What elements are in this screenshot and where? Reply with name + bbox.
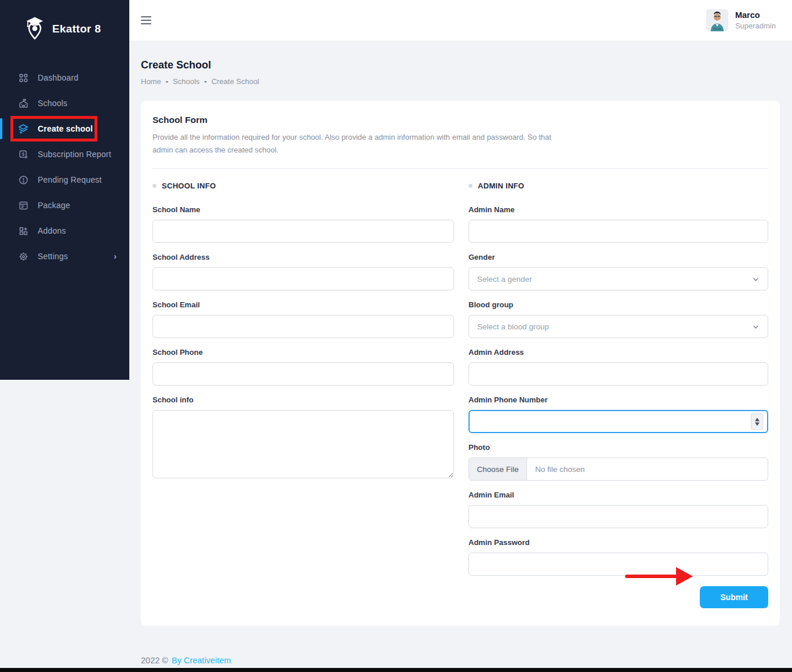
sidebar-nav: Dashboard Schools Create (0, 65, 129, 269)
breadcrumb-separator: - (166, 77, 168, 86)
footer-link[interactable]: By Creativeitem (172, 656, 231, 665)
school-info-label: School info (152, 395, 454, 404)
sidebar-item-label: Dashboard (38, 73, 78, 82)
school-address-label: School Address (152, 253, 454, 261)
number-spinner[interactable] (751, 413, 763, 430)
app-title: Ekattor 8 (52, 23, 101, 35)
photo-label: Photo (468, 443, 768, 452)
avatar (706, 9, 728, 31)
settings-icon (17, 250, 29, 262)
footer-copyright: 2022 © (141, 656, 168, 665)
create-school-icon (17, 123, 29, 135)
admin-info-column: ADMIN INFO Admin Name Gender Select a ge… (468, 181, 768, 608)
admin-name-input[interactable] (468, 220, 768, 243)
school-form-card: School Form Provide all the information … (141, 101, 780, 626)
pending-request-icon (17, 174, 29, 186)
admin-email-input[interactable] (468, 505, 768, 528)
sidebar-item-label: Pending Request (38, 175, 101, 184)
main-content: Create School Home - Schools - Create Sc… (129, 41, 792, 665)
package-icon (17, 199, 29, 211)
active-item-indicator (0, 118, 2, 139)
admin-info-heading: ADMIN INFO (478, 181, 524, 190)
form-title: School Form (152, 115, 768, 125)
blood-group-placeholder: Select a blood group (477, 322, 549, 331)
sidebar-item-label: Addons (38, 226, 66, 235)
file-status-text: No file chosen (527, 458, 585, 480)
admin-password-label: Admin Password (468, 538, 768, 547)
breadcrumb-home[interactable]: Home (141, 77, 161, 86)
schools-icon (17, 97, 29, 109)
admin-email-label: Admin Email (468, 491, 768, 499)
bottom-window-edge (0, 668, 792, 672)
gender-select[interactable]: Select a gender (468, 267, 768, 290)
sidebar-item-label: Settings (38, 252, 68, 261)
chevron-down-icon (752, 323, 760, 330)
sidebar-item-label: Subscription Report (38, 150, 111, 159)
admin-address-label: Admin Address (468, 348, 768, 357)
school-info-textarea[interactable] (152, 410, 454, 478)
sidebar-item-label: Schools (38, 99, 67, 108)
sidebar-item-subscription-report[interactable]: Subscription Report (0, 141, 129, 167)
admin-phone-label: Admin Phone Number (468, 395, 768, 404)
footer: 2022 © By Creativeitem (141, 656, 780, 665)
school-email-label: School Email (152, 300, 454, 309)
school-phone-input[interactable] (152, 362, 454, 386)
school-name-input[interactable] (152, 220, 454, 243)
admin-name-label: Admin Name (468, 205, 768, 214)
breadcrumb-schools[interactable]: Schools (173, 77, 199, 86)
user-name: Marco (735, 10, 776, 21)
school-address-input[interactable] (152, 267, 454, 290)
user-menu[interactable]: Marco Superadmin (706, 9, 776, 31)
sidebar: Ekattor 8 Dashboard Schools (0, 0, 129, 380)
school-email-input[interactable] (152, 315, 454, 338)
graduation-pin-icon (23, 15, 46, 43)
page-title: Create School (141, 59, 780, 71)
chevron-right-icon: › (114, 252, 117, 261)
section-dot-icon (468, 184, 473, 188)
choose-file-button[interactable]: Choose File (469, 458, 527, 480)
admin-address-input[interactable] (468, 362, 768, 386)
breadcrumb-current: Create School (212, 77, 259, 86)
sidebar-item-addons[interactable]: Addons (0, 218, 129, 244)
submit-button[interactable]: Submit (700, 586, 768, 608)
photo-file-input[interactable]: Choose File No file chosen (468, 457, 768, 481)
sidebar-item-package[interactable]: Package (0, 192, 129, 218)
blood-group-select[interactable]: Select a blood group (468, 315, 768, 338)
school-name-label: School Name (152, 205, 454, 214)
form-description: Provide all the information required for… (152, 131, 564, 157)
sidebar-item-schools[interactable]: Schools (0, 90, 129, 116)
gender-placeholder: Select a gender (477, 275, 532, 284)
sidebar-item-pending-request[interactable]: Pending Request (0, 167, 129, 192)
addons-icon (17, 225, 29, 237)
spinner-down-icon[interactable] (755, 422, 760, 426)
sidebar-item-create-school[interactable]: Create school (0, 116, 129, 141)
hamburger-icon[interactable] (141, 14, 154, 27)
divider (152, 168, 768, 169)
sidebar-item-label: Create school (38, 124, 93, 133)
topbar: Marco Superadmin (129, 0, 792, 41)
sidebar-item-label: Package (38, 201, 70, 210)
chevron-down-icon (752, 275, 760, 283)
sidebar-item-dashboard[interactable]: Dashboard (0, 65, 129, 90)
sidebar-item-settings[interactable]: Settings › (0, 244, 129, 269)
admin-password-input[interactable] (468, 553, 768, 576)
section-dot-icon (152, 184, 157, 188)
school-info-column: SCHOOL INFO School Name School Address S… (152, 181, 454, 608)
dashboard-icon (17, 72, 29, 83)
admin-phone-input[interactable] (468, 410, 768, 433)
breadcrumb: Home - Schools - Create School (141, 77, 780, 86)
blood-group-label: Blood group (468, 300, 768, 309)
app-logo[interactable]: Ekattor 8 (0, 0, 129, 43)
gender-label: Gender (468, 253, 768, 261)
school-phone-label: School Phone (152, 348, 454, 357)
user-role: Superadmin (735, 21, 776, 31)
subscription-report-icon (17, 148, 29, 160)
spinner-up-icon[interactable] (755, 417, 760, 421)
school-info-heading: SCHOOL INFO (162, 181, 216, 190)
breadcrumb-separator: - (204, 77, 206, 86)
